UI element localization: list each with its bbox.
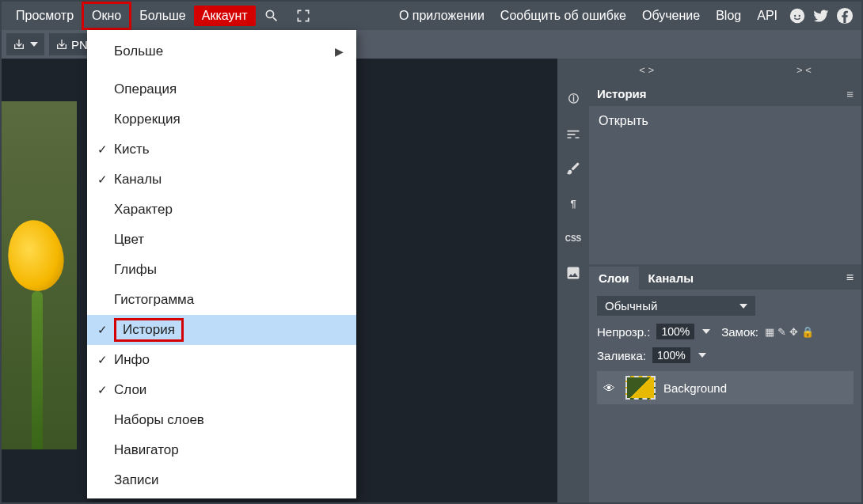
- adjustments-icon[interactable]: [565, 125, 582, 142]
- layer-thumbnail: [625, 376, 656, 400]
- svg-point-1: [794, 15, 796, 17]
- visibility-icon[interactable]: 👁: [603, 381, 618, 395]
- right-panels: < > > < История ≡ Открыть Слои Каналы ≡ …: [589, 59, 861, 502]
- menu-item-navigator[interactable]: Навигатор: [87, 435, 356, 465]
- layers-panel: Слои Каналы ≡ Обычный Непрозр.: 100% Зам…: [589, 264, 861, 411]
- info-icon[interactable]: ⓘ: [565, 90, 582, 108]
- submenu-arrow-icon: ▶: [335, 45, 344, 58]
- menu-item-operation[interactable]: Операция: [87, 74, 356, 104]
- menu-item-histogram[interactable]: Гистограмма: [87, 285, 356, 315]
- fill-label: Заливка:: [597, 349, 646, 362]
- facebook-icon[interactable]: [834, 6, 855, 26]
- menu-item-history[interactable]: ✓История: [87, 315, 356, 345]
- history-item-open[interactable]: Открыть: [599, 114, 852, 128]
- link-learn[interactable]: Обучение: [636, 4, 706, 28]
- top-menu-bar: Просмотр Окно Больше Аккаунт О приложени…: [2, 2, 861, 30]
- menu-window[interactable]: Окно: [82, 2, 131, 30]
- chevron-down-icon[interactable]: [702, 329, 710, 334]
- history-panel-title: История: [597, 87, 647, 100]
- history-panel: История ≡ Открыть: [589, 81, 861, 264]
- menu-item-more[interactable]: Больше▶: [87, 36, 356, 66]
- tab-channels[interactable]: Каналы: [639, 267, 703, 290]
- chevron-down-icon[interactable]: [698, 353, 706, 358]
- menu-item-character[interactable]: Характер: [87, 195, 356, 225]
- opacity-value[interactable]: 100%: [656, 324, 694, 339]
- menu-item-glyphs[interactable]: Глифы: [87, 255, 356, 285]
- lock-brush-icon[interactable]: ✎: [777, 326, 786, 338]
- fill-value[interactable]: 100%: [652, 347, 690, 363]
- tab-layers[interactable]: Слои: [589, 267, 639, 290]
- link-api[interactable]: API: [751, 4, 784, 28]
- document-thumbnail: [2, 101, 77, 449]
- brush-icon[interactable]: [565, 160, 582, 177]
- link-blog[interactable]: Blog: [709, 4, 747, 28]
- link-about[interactable]: О приложении: [393, 4, 491, 28]
- paragraph-icon[interactable]: ¶: [565, 195, 582, 212]
- collapse-right[interactable]: > <: [796, 64, 812, 76]
- panel-menu-icon[interactable]: ≡: [838, 266, 861, 290]
- reddit-icon[interactable]: [787, 6, 808, 26]
- save-dropdown[interactable]: [6, 33, 44, 55]
- menu-item-channels[interactable]: ✓Каналы: [87, 165, 356, 195]
- lock-move-icon[interactable]: ✥: [789, 326, 798, 338]
- layer-row[interactable]: 👁 Background: [597, 371, 853, 404]
- right-side-rail: ⓘ ¶ CSS: [557, 59, 589, 502]
- check-icon: ✓: [95, 172, 109, 187]
- menu-view[interactable]: Просмотр: [8, 4, 82, 28]
- lock-pixels-icon[interactable]: ▦: [765, 326, 774, 338]
- layer-name: Background: [663, 381, 727, 395]
- lock-all-icon[interactable]: 🔒: [801, 326, 814, 338]
- collapse-left[interactable]: < >: [639, 64, 654, 76]
- menu-item-correction[interactable]: Коррекция: [87, 104, 356, 135]
- menu-item-brush[interactable]: ✓Кисть: [87, 135, 356, 165]
- svg-point-2: [799, 15, 800, 17]
- blend-mode-select[interactable]: Обычный: [597, 296, 755, 316]
- css-icon[interactable]: CSS: [565, 229, 582, 247]
- image-icon[interactable]: [565, 264, 582, 282]
- lock-controls[interactable]: ▦ ✎ ✥ 🔒: [765, 326, 814, 338]
- menu-item-notes[interactable]: Записи: [87, 465, 356, 495]
- check-icon: ✓: [95, 142, 109, 157]
- check-icon: ✓: [95, 383, 109, 397]
- menu-item-info[interactable]: ✓Инфо: [87, 345, 356, 375]
- opacity-label: Непрозр.:: [597, 325, 650, 339]
- panel-menu-icon[interactable]: ≡: [846, 87, 853, 100]
- fullscreen-icon[interactable]: [287, 3, 319, 28]
- menu-account[interactable]: Аккаунт: [194, 6, 256, 26]
- panel-collapse-bar: < > > <: [589, 59, 861, 81]
- chevron-down-icon: [30, 42, 38, 47]
- menu-item-layers[interactable]: ✓Слои: [87, 375, 356, 405]
- search-icon[interactable]: [256, 3, 287, 28]
- menu-item-color[interactable]: Цвет: [87, 225, 356, 255]
- check-icon: ✓: [95, 323, 109, 337]
- svg-point-0: [790, 9, 804, 23]
- window-dropdown-menu: Больше▶ Операция Коррекция ✓Кисть ✓Канал…: [87, 30, 356, 498]
- chevron-down-icon: [739, 304, 747, 309]
- menu-more[interactable]: Больше: [131, 4, 193, 28]
- twitter-icon[interactable]: [811, 6, 831, 26]
- menu-item-layer-sets[interactable]: Наборы слоев: [87, 405, 356, 435]
- check-icon: ✓: [95, 353, 109, 367]
- lock-label: Замок:: [721, 325, 758, 339]
- link-report-bug[interactable]: Сообщить об ошибке: [494, 4, 633, 28]
